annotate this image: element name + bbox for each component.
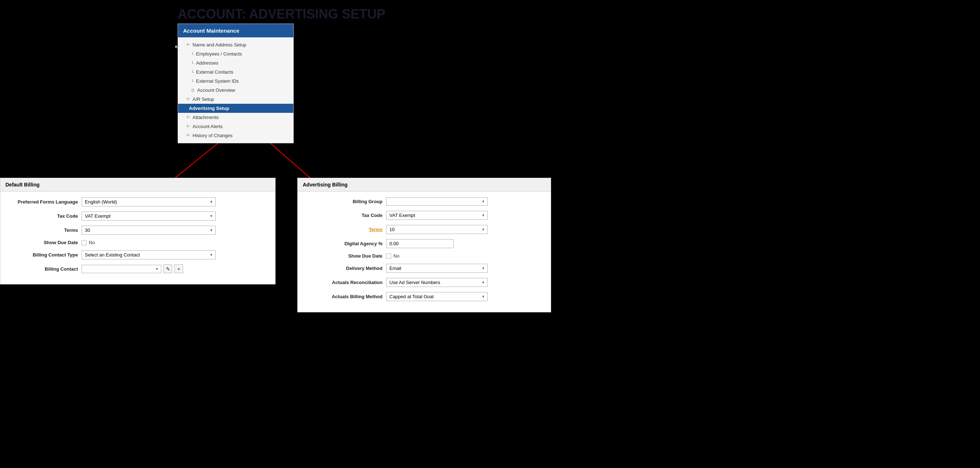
nav-item-attachments[interactable]: ⊢ Attachments xyxy=(178,113,293,122)
page-title: ACCOUNT: ADVERTISING SETUP xyxy=(178,6,385,22)
adv-show-due-date-checkbox[interactable] xyxy=(386,254,391,259)
billing-group-select[interactable]: ▾ xyxy=(386,197,488,206)
billing-contact-edit-btn[interactable]: ✎ xyxy=(164,265,172,273)
tree-icon: └ xyxy=(191,52,194,56)
edit-icon: ✎ xyxy=(166,266,170,272)
nav-item-history-of-changes[interactable]: ⊢ History of Changes xyxy=(178,131,293,140)
adv-show-due-date-row: Show Due Date No xyxy=(303,253,546,259)
tree-icon: ⊢ xyxy=(187,124,190,129)
tree-icon: ⊢ xyxy=(187,42,190,47)
show-due-date-checkbox[interactable] xyxy=(81,240,87,245)
dropdown-icon: ▾ xyxy=(210,228,212,233)
show-due-date-row: Show Due Date No xyxy=(5,240,270,245)
adv-terms-control: 10 ▾ xyxy=(386,225,546,234)
adv-show-due-date-label: Show Due Date xyxy=(303,253,382,259)
delivery-method-label: Delivery Method xyxy=(303,265,382,271)
actuals-billing-method-control: Capped at Total Goal ▾ xyxy=(386,292,546,301)
dropdown-icon: ▾ xyxy=(210,200,212,204)
billing-contact-select[interactable]: ▾ xyxy=(81,265,161,273)
nav-item-external-system-ids[interactable]: └ External System IDs xyxy=(178,77,293,86)
terms-select[interactable]: 30 ▾ xyxy=(81,226,216,235)
adv-tax-code-control: VAT Exempt ▾ xyxy=(386,211,546,220)
preferred-forms-language-row: Preferred Forms Language English (World)… xyxy=(5,197,270,206)
adv-terms-select[interactable]: 10 ▾ xyxy=(386,225,488,234)
billing-contact-type-label: Billing Contact Type xyxy=(5,252,78,257)
digital-agency-label: Digital Agency % xyxy=(303,241,382,246)
dropdown-icon: ▾ xyxy=(210,252,212,257)
dropdown-icon: ▾ xyxy=(482,266,484,271)
tree-icon: ⊢ xyxy=(187,97,190,102)
nav-item-account-alerts[interactable]: ⊢ Account Alerts xyxy=(178,122,293,131)
preferred-forms-language-control: English (World) ▾ xyxy=(81,197,270,206)
dropdown-icon: ▾ xyxy=(156,267,158,272)
tree-icon: ⊢ xyxy=(187,115,190,120)
tree-icon: ⊢ xyxy=(187,133,190,138)
actuals-reconciliation-row: Actuals Reconciliation Use Ad Server Num… xyxy=(303,278,546,287)
billing-contact-type-control: Select an Existing Contact ▾ xyxy=(81,250,270,259)
nav-item-advertising-setup[interactable]: Advertising Setup xyxy=(178,104,293,113)
tax-code-label: Tax Code xyxy=(5,213,78,219)
nav-item-employees-contacts[interactable]: └ Employees / Contacts xyxy=(178,50,293,58)
show-due-date-value: No xyxy=(89,240,95,245)
dropdown-icon: ▾ xyxy=(482,227,484,232)
actuals-billing-method-select[interactable]: Capped at Total Goal ▾ xyxy=(386,292,488,301)
billing-contact-label: Billing Contact xyxy=(5,266,78,272)
advertising-billing-header: Advertising Billing xyxy=(298,178,551,192)
nav-panel: Account Maintenance ⊢ Name and Address S… xyxy=(178,24,294,143)
billing-group-row: Billing Group ▾ xyxy=(303,197,546,206)
nav-item-account-overview[interactable]: 🗋 Account Overview xyxy=(178,86,293,95)
default-billing-header: Default Billing xyxy=(0,178,275,192)
digital-agency-control xyxy=(386,239,546,248)
billing-contact-row: Billing Contact ▾ ✎ + xyxy=(5,265,270,273)
add-icon: + xyxy=(177,266,180,272)
terms-label: Terms xyxy=(5,227,78,233)
delivery-method-control: Email ▾ xyxy=(386,264,546,273)
billing-contact-type-row: Billing Contact Type Select an Existing … xyxy=(5,250,270,259)
tree-icon: └ xyxy=(191,61,194,65)
actuals-billing-method-row: Actuals Billing Method Capped at Total G… xyxy=(303,292,546,301)
advertising-billing-panel: Advertising Billing Billing Group ▾ Tax … xyxy=(297,178,551,312)
billing-group-label: Billing Group xyxy=(303,199,382,204)
digital-agency-input[interactable] xyxy=(386,239,453,248)
preferred-forms-language-label: Preferred Forms Language xyxy=(5,199,78,204)
dropdown-icon: ▾ xyxy=(482,199,484,204)
terms-control: 30 ▾ xyxy=(81,226,270,235)
nav-item-external-contacts[interactable]: └ External Contacts xyxy=(178,67,293,77)
default-billing-form: Preferred Forms Language English (World)… xyxy=(0,192,275,284)
advertising-billing-form: Billing Group ▾ Tax Code VAT Exempt ▾ Te… xyxy=(298,192,551,312)
adv-tax-code-select[interactable]: VAT Exempt ▾ xyxy=(386,211,488,220)
billing-group-control: ▾ xyxy=(386,197,546,206)
nav-tree: ⊢ Name and Address Setup └ Employees / C… xyxy=(178,37,293,143)
adv-show-due-date-control: No xyxy=(386,253,546,259)
tax-code-select[interactable]: VAT Exempt ▾ xyxy=(81,211,216,220)
actuals-reconciliation-select[interactable]: Use Ad Server Numbers ▾ xyxy=(386,278,488,287)
nav-header[interactable]: Account Maintenance xyxy=(178,24,293,37)
terms-row: Terms 30 ▾ xyxy=(5,226,270,235)
adv-terms-row: Terms 10 ▾ xyxy=(303,225,546,234)
nav-item-name-address[interactable]: ⊢ Name and Address Setup xyxy=(178,40,293,50)
preferred-forms-language-select[interactable]: English (World) ▾ xyxy=(81,197,216,206)
tree-icon: └ xyxy=(191,70,194,74)
dropdown-icon: ▾ xyxy=(210,214,212,219)
doc-icon: 🗋 xyxy=(191,88,195,93)
nav-item-addresses[interactable]: └ Addresses xyxy=(178,58,293,67)
adv-tax-code-label: Tax Code xyxy=(303,212,382,218)
billing-contact-add-btn[interactable]: + xyxy=(174,265,183,273)
dropdown-icon: ▾ xyxy=(482,294,484,299)
delivery-method-row: Delivery Method Email ▾ xyxy=(303,264,546,273)
adv-show-due-date-value: No xyxy=(393,253,399,259)
show-due-date-label: Show Due Date xyxy=(5,240,78,245)
actuals-reconciliation-control: Use Ad Server Numbers ▾ xyxy=(386,278,546,287)
default-billing-panel: Default Billing Preferred Forms Language… xyxy=(0,178,275,284)
dropdown-icon: ▾ xyxy=(482,213,484,218)
adv-tax-code-row: Tax Code VAT Exempt ▾ xyxy=(303,211,546,220)
tax-code-row: Tax Code VAT Exempt ▾ xyxy=(5,211,270,220)
tree-icon: └ xyxy=(191,79,194,83)
delivery-method-select[interactable]: Email ▾ xyxy=(386,264,488,273)
digital-agency-row: Digital Agency % xyxy=(303,239,546,248)
billing-contact-type-select[interactable]: Select an Existing Contact ▾ xyxy=(81,250,216,259)
adv-terms-label: Terms xyxy=(303,227,382,232)
actuals-reconciliation-label: Actuals Reconciliation xyxy=(303,280,382,285)
show-due-date-control: No xyxy=(81,240,270,245)
nav-item-ar-setup[interactable]: ⊢ A/R Setup xyxy=(178,95,293,104)
